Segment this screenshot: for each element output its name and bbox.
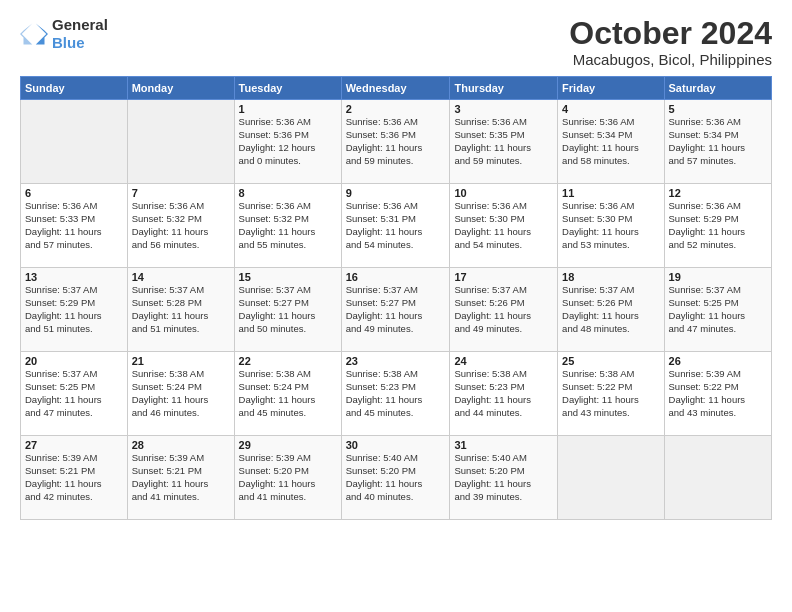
day-number: 13 xyxy=(25,271,123,283)
calendar-cell: 13Sunrise: 5:37 AM Sunset: 5:29 PM Dayli… xyxy=(21,268,128,352)
day-number: 1 xyxy=(239,103,337,115)
calendar-title: October 2024 xyxy=(569,16,772,51)
title-block: October 2024 Macabugos, Bicol, Philippin… xyxy=(569,16,772,68)
day-info: Sunrise: 5:37 AM Sunset: 5:28 PM Dayligh… xyxy=(132,284,230,335)
calendar-cell: 26Sunrise: 5:39 AM Sunset: 5:22 PM Dayli… xyxy=(664,352,771,436)
week-row-3: 13Sunrise: 5:37 AM Sunset: 5:29 PM Dayli… xyxy=(21,268,772,352)
calendar-cell: 5Sunrise: 5:36 AM Sunset: 5:34 PM Daylig… xyxy=(664,100,771,184)
calendar-cell: 24Sunrise: 5:38 AM Sunset: 5:23 PM Dayli… xyxy=(450,352,558,436)
calendar-cell: 20Sunrise: 5:37 AM Sunset: 5:25 PM Dayli… xyxy=(21,352,128,436)
day-info: Sunrise: 5:39 AM Sunset: 5:21 PM Dayligh… xyxy=(132,452,230,503)
day-number: 8 xyxy=(239,187,337,199)
day-number: 18 xyxy=(562,271,659,283)
day-number: 20 xyxy=(25,355,123,367)
day-info: Sunrise: 5:39 AM Sunset: 5:20 PM Dayligh… xyxy=(239,452,337,503)
page: General Blue October 2024 Macabugos, Bic… xyxy=(0,0,792,612)
day-info: Sunrise: 5:36 AM Sunset: 5:30 PM Dayligh… xyxy=(454,200,553,251)
day-number: 4 xyxy=(562,103,659,115)
week-row-1: 1Sunrise: 5:36 AM Sunset: 5:36 PM Daylig… xyxy=(21,100,772,184)
day-number: 2 xyxy=(346,103,446,115)
weekday-header-friday: Friday xyxy=(558,77,664,100)
day-info: Sunrise: 5:39 AM Sunset: 5:21 PM Dayligh… xyxy=(25,452,123,503)
calendar-cell: 10Sunrise: 5:36 AM Sunset: 5:30 PM Dayli… xyxy=(450,184,558,268)
calendar-cell: 16Sunrise: 5:37 AM Sunset: 5:27 PM Dayli… xyxy=(341,268,450,352)
day-number: 5 xyxy=(669,103,767,115)
day-number: 15 xyxy=(239,271,337,283)
calendar-cell: 28Sunrise: 5:39 AM Sunset: 5:21 PM Dayli… xyxy=(127,436,234,520)
day-info: Sunrise: 5:38 AM Sunset: 5:24 PM Dayligh… xyxy=(239,368,337,419)
svg-marker-0 xyxy=(36,24,48,45)
week-row-5: 27Sunrise: 5:39 AM Sunset: 5:21 PM Dayli… xyxy=(21,436,772,520)
day-info: Sunrise: 5:37 AM Sunset: 5:29 PM Dayligh… xyxy=(25,284,123,335)
calendar-cell: 19Sunrise: 5:37 AM Sunset: 5:25 PM Dayli… xyxy=(664,268,771,352)
day-number: 9 xyxy=(346,187,446,199)
calendar-cell: 3Sunrise: 5:36 AM Sunset: 5:35 PM Daylig… xyxy=(450,100,558,184)
day-info: Sunrise: 5:36 AM Sunset: 5:36 PM Dayligh… xyxy=(346,116,446,167)
svg-marker-1 xyxy=(20,24,32,45)
weekday-header-thursday: Thursday xyxy=(450,77,558,100)
day-number: 3 xyxy=(454,103,553,115)
day-number: 6 xyxy=(25,187,123,199)
day-info: Sunrise: 5:37 AM Sunset: 5:27 PM Dayligh… xyxy=(346,284,446,335)
day-number: 28 xyxy=(132,439,230,451)
calendar-cell: 8Sunrise: 5:36 AM Sunset: 5:32 PM Daylig… xyxy=(234,184,341,268)
calendar-cell: 27Sunrise: 5:39 AM Sunset: 5:21 PM Dayli… xyxy=(21,436,128,520)
calendar-cell: 2Sunrise: 5:36 AM Sunset: 5:36 PM Daylig… xyxy=(341,100,450,184)
day-info: Sunrise: 5:38 AM Sunset: 5:23 PM Dayligh… xyxy=(346,368,446,419)
weekday-header-sunday: Sunday xyxy=(21,77,128,100)
day-info: Sunrise: 5:36 AM Sunset: 5:34 PM Dayligh… xyxy=(562,116,659,167)
day-number: 12 xyxy=(669,187,767,199)
header: General Blue October 2024 Macabugos, Bic… xyxy=(20,16,772,68)
weekday-header-row: SundayMondayTuesdayWednesdayThursdayFrid… xyxy=(21,77,772,100)
day-number: 17 xyxy=(454,271,553,283)
calendar-cell: 30Sunrise: 5:40 AM Sunset: 5:20 PM Dayli… xyxy=(341,436,450,520)
calendar-cell: 22Sunrise: 5:38 AM Sunset: 5:24 PM Dayli… xyxy=(234,352,341,436)
calendar-cell: 14Sunrise: 5:37 AM Sunset: 5:28 PM Dayli… xyxy=(127,268,234,352)
day-info: Sunrise: 5:37 AM Sunset: 5:26 PM Dayligh… xyxy=(454,284,553,335)
day-info: Sunrise: 5:36 AM Sunset: 5:32 PM Dayligh… xyxy=(239,200,337,251)
day-number: 31 xyxy=(454,439,553,451)
day-info: Sunrise: 5:36 AM Sunset: 5:34 PM Dayligh… xyxy=(669,116,767,167)
day-number: 11 xyxy=(562,187,659,199)
weekday-header-tuesday: Tuesday xyxy=(234,77,341,100)
day-number: 19 xyxy=(669,271,767,283)
calendar-cell: 1Sunrise: 5:36 AM Sunset: 5:36 PM Daylig… xyxy=(234,100,341,184)
day-number: 29 xyxy=(239,439,337,451)
week-row-4: 20Sunrise: 5:37 AM Sunset: 5:25 PM Dayli… xyxy=(21,352,772,436)
day-number: 24 xyxy=(454,355,553,367)
logo-line1: General xyxy=(52,16,108,34)
day-info: Sunrise: 5:36 AM Sunset: 5:33 PM Dayligh… xyxy=(25,200,123,251)
day-info: Sunrise: 5:40 AM Sunset: 5:20 PM Dayligh… xyxy=(346,452,446,503)
day-number: 26 xyxy=(669,355,767,367)
day-number: 7 xyxy=(132,187,230,199)
calendar-cell: 12Sunrise: 5:36 AM Sunset: 5:29 PM Dayli… xyxy=(664,184,771,268)
calendar-cell: 29Sunrise: 5:39 AM Sunset: 5:20 PM Dayli… xyxy=(234,436,341,520)
calendar-cell xyxy=(664,436,771,520)
day-info: Sunrise: 5:37 AM Sunset: 5:25 PM Dayligh… xyxy=(669,284,767,335)
logo-text: General Blue xyxy=(52,16,108,52)
day-info: Sunrise: 5:38 AM Sunset: 5:23 PM Dayligh… xyxy=(454,368,553,419)
day-number: 21 xyxy=(132,355,230,367)
calendar-cell: 9Sunrise: 5:36 AM Sunset: 5:31 PM Daylig… xyxy=(341,184,450,268)
calendar-cell: 6Sunrise: 5:36 AM Sunset: 5:33 PM Daylig… xyxy=(21,184,128,268)
day-number: 30 xyxy=(346,439,446,451)
day-number: 10 xyxy=(454,187,553,199)
calendar-cell xyxy=(558,436,664,520)
calendar-subtitle: Macabugos, Bicol, Philippines xyxy=(569,51,772,68)
day-info: Sunrise: 5:36 AM Sunset: 5:29 PM Dayligh… xyxy=(669,200,767,251)
day-info: Sunrise: 5:38 AM Sunset: 5:24 PM Dayligh… xyxy=(132,368,230,419)
day-number: 22 xyxy=(239,355,337,367)
day-info: Sunrise: 5:36 AM Sunset: 5:30 PM Dayligh… xyxy=(562,200,659,251)
calendar-cell: 15Sunrise: 5:37 AM Sunset: 5:27 PM Dayli… xyxy=(234,268,341,352)
week-row-2: 6Sunrise: 5:36 AM Sunset: 5:33 PM Daylig… xyxy=(21,184,772,268)
day-info: Sunrise: 5:40 AM Sunset: 5:20 PM Dayligh… xyxy=(454,452,553,503)
calendar-cell: 31Sunrise: 5:40 AM Sunset: 5:20 PM Dayli… xyxy=(450,436,558,520)
day-info: Sunrise: 5:37 AM Sunset: 5:25 PM Dayligh… xyxy=(25,368,123,419)
weekday-header-monday: Monday xyxy=(127,77,234,100)
logo: General Blue xyxy=(20,16,108,52)
calendar-cell xyxy=(127,100,234,184)
calendar-cell: 23Sunrise: 5:38 AM Sunset: 5:23 PM Dayli… xyxy=(341,352,450,436)
day-info: Sunrise: 5:36 AM Sunset: 5:35 PM Dayligh… xyxy=(454,116,553,167)
day-number: 23 xyxy=(346,355,446,367)
calendar-cell: 25Sunrise: 5:38 AM Sunset: 5:22 PM Dayli… xyxy=(558,352,664,436)
